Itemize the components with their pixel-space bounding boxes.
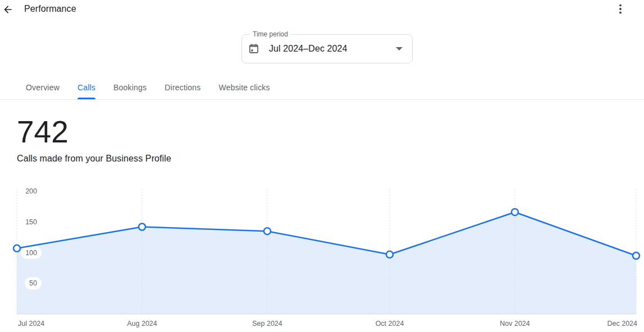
data-point[interactable] (139, 224, 145, 230)
dropdown-arrow-icon (396, 47, 403, 50)
x-tick-label: Oct 2024 (376, 320, 404, 328)
x-tick-label: Sep 2024 (252, 320, 282, 328)
area-fill (17, 212, 636, 314)
x-tick-label: Jul 2024 (18, 320, 44, 328)
tab-label: Bookings (113, 80, 147, 93)
tab-directions[interactable]: Directions (156, 80, 209, 99)
tab-website-clicks[interactable]: Website clicks (210, 80, 279, 99)
kebab-menu-icon (614, 3, 627, 15)
tab-bar: Overview Calls Bookings Directions Websi… (17, 80, 279, 99)
calls-chart[interactable]: 20015010050Jul 2024Aug 2024Sep 2024Oct 2… (0, 185, 644, 332)
time-period-select[interactable]: Time period Jul 2024–Dec 2024 (241, 34, 413, 63)
metric-value: 742 (17, 116, 68, 148)
data-point[interactable] (386, 251, 393, 258)
x-tick-label: Aug 2024 (127, 320, 157, 328)
time-period-label: Time period (250, 30, 291, 39)
back-button[interactable] (1, 3, 15, 16)
tab-bookings[interactable]: Bookings (104, 80, 156, 99)
metric-description: Calls made from your Business Profile (17, 154, 171, 164)
y-tick-label: 50 (29, 279, 37, 287)
tab-label: Overview (26, 80, 60, 93)
tab-label: Calls (77, 80, 95, 93)
tab-overview[interactable]: Overview (17, 80, 68, 99)
app-header: Performance (0, 0, 644, 19)
page-title: Performance (24, 4, 76, 14)
time-period-value: Jul 2024–Dec 2024 (269, 44, 396, 54)
y-tick-label: 150 (25, 218, 37, 226)
data-point[interactable] (13, 245, 20, 252)
tabs-divider (0, 99, 644, 100)
tab-label: Website clicks (219, 80, 270, 93)
data-point[interactable] (511, 209, 518, 215)
arrow-back-icon (2, 4, 13, 15)
x-tick-label: Dec 2024 (607, 320, 637, 328)
tab-label: Directions (165, 80, 200, 93)
calendar-icon (248, 43, 259, 54)
tab-calls[interactable]: Calls (68, 80, 104, 99)
data-point[interactable] (264, 228, 271, 234)
x-tick-label: Nov 2024 (500, 320, 530, 328)
y-tick-label: 200 (25, 187, 37, 195)
y-tick-label: 100 (25, 249, 37, 257)
data-point[interactable] (633, 252, 640, 259)
more-options-button[interactable] (614, 2, 627, 16)
